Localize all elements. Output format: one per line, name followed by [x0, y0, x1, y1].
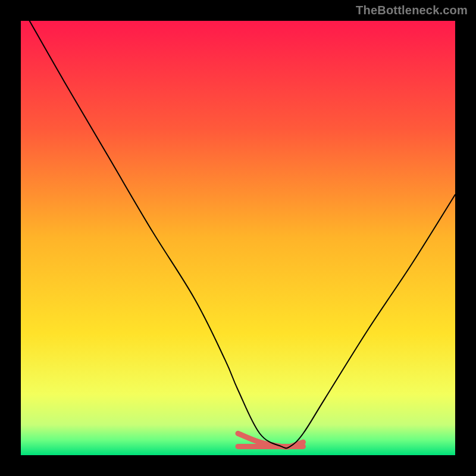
plot-area [21, 21, 455, 455]
chart-frame: TheBottleneck.com [0, 0, 476, 476]
watermark-text: TheBottleneck.com [356, 4, 468, 17]
svg-rect-0 [21, 21, 455, 455]
background-gradient [21, 21, 455, 455]
